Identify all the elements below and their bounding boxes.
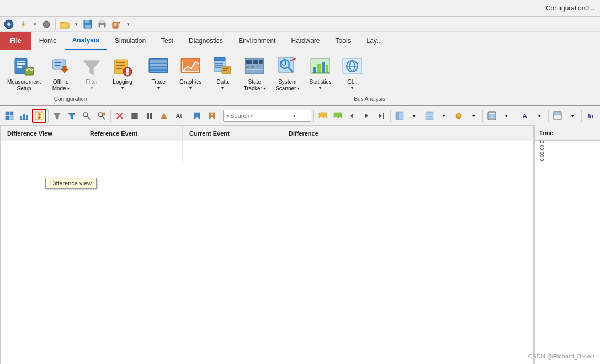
tb-nav-jump-icon[interactable]	[374, 109, 389, 123]
tb-filter-active-icon[interactable]	[65, 109, 79, 123]
search-input[interactable]	[227, 113, 293, 119]
tb-sep-9	[548, 110, 549, 122]
tb-chart-icon[interactable]	[17, 109, 31, 123]
tb-in-icon[interactable]: In	[583, 109, 598, 123]
gl-button[interactable]: Gl... ▾	[337, 53, 367, 94]
lightning-icon[interactable]	[17, 18, 30, 31]
filter-button[interactable]: Filter ▾	[77, 53, 107, 94]
table-body	[1, 141, 533, 165]
tb-bookmark-icon[interactable]	[190, 109, 204, 123]
state-tracker-button[interactable]: State Tracker ▾	[240, 53, 269, 95]
tb-nav-back-icon[interactable]	[345, 109, 359, 123]
search-box[interactable]: ▾	[223, 110, 311, 122]
print-icon[interactable]	[95, 18, 109, 31]
svg-rect-96	[554, 112, 561, 115]
graphics-button[interactable]: Graphics ▾	[176, 53, 205, 94]
ribbon-tabs: File Home Analysis Simulation Test Diagn…	[0, 32, 600, 50]
tb-bookmark-add-icon[interactable]: +	[205, 109, 219, 123]
tb-search-btn-icon[interactable]	[79, 109, 94, 123]
tab-diagnostics[interactable]: Diagnostics	[181, 32, 231, 50]
tb-grid-icon[interactable]	[2, 109, 17, 123]
app-icon[interactable]	[2, 18, 15, 31]
tb-window-dropdown[interactable]: ▾	[500, 109, 514, 123]
tb-view-dropdown[interactable]: ▾	[407, 109, 422, 123]
tb-layout-dropdown[interactable]: ▾	[437, 109, 452, 123]
circle-icon[interactable]	[40, 18, 53, 31]
search-dropdown-arrow[interactable]: ▾	[293, 113, 296, 119]
tab-layout[interactable]: Lay...	[359, 32, 390, 50]
tb-settings-icon[interactable]	[452, 109, 466, 123]
quick-access-dropdown-2[interactable]: ▾	[72, 18, 80, 31]
tb-difference-view-icon[interactable]	[32, 109, 46, 123]
tb-font-dropdown[interactable]: ▾	[533, 109, 547, 123]
tb-delete-icon[interactable]	[113, 109, 127, 123]
tb-search-bookmarks-icon[interactable]	[94, 109, 109, 123]
offline-mode-icon	[50, 56, 72, 78]
offline-mode-button[interactable]: Offline Mode ▾	[46, 53, 76, 95]
tb-nav-forward-icon[interactable]	[359, 109, 374, 123]
tb-sep-1	[48, 110, 49, 122]
cell-cur-event-2	[183, 153, 282, 165]
svg-point-2	[43, 21, 50, 28]
statistics-button[interactable]: Statistics ▾	[305, 53, 335, 94]
svg-rect-21	[63, 66, 66, 70]
right-panel-header: Time	[535, 125, 600, 141]
tb-sep-5	[313, 110, 314, 122]
open-folder-icon[interactable]	[58, 18, 71, 31]
tab-tools[interactable]: Tools	[328, 32, 359, 50]
svg-marker-82	[338, 113, 342, 118]
data-button[interactable]: Data ▾	[208, 53, 237, 94]
cell-difference-2	[282, 153, 348, 165]
tab-home[interactable]: Home	[31, 32, 65, 50]
tb-square-icon[interactable]	[128, 109, 142, 123]
svg-rect-36	[215, 65, 223, 66]
data-icon	[211, 56, 233, 78]
export-icon[interactable]	[110, 18, 123, 31]
tb-triangle-up-icon[interactable]	[157, 109, 171, 123]
tab-simulation[interactable]: Simulation	[107, 32, 153, 50]
measurement-setup-button[interactable]: MeasurementSetup	[3, 53, 45, 95]
offline-mode-label: Offline Mode ▾	[52, 79, 70, 92]
save-icon[interactable]	[81, 18, 94, 31]
tb-sep-7	[482, 110, 483, 122]
system-scanner-button[interactable]: System Scanner ▾	[272, 53, 303, 95]
tb-settings-dropdown[interactable]: ▾	[466, 109, 481, 123]
cell-difference-1	[282, 141, 348, 153]
tab-file[interactable]: File	[0, 32, 31, 50]
tab-test[interactable]: Test	[153, 32, 181, 50]
tb-bookmark-jump-icon[interactable]	[330, 109, 344, 123]
tb-pane-dropdown[interactable]: ▾	[565, 109, 580, 123]
tb-bookmark-nav-icon[interactable]	[315, 109, 330, 123]
svg-marker-13	[118, 22, 120, 24]
svg-marker-80	[323, 113, 327, 118]
logging-label: Logging ▾	[113, 79, 132, 91]
main-content: Difference View Reference Event Current …	[0, 125, 600, 364]
logging-button[interactable]: Logging ▾	[108, 53, 137, 94]
tb-pane-icon[interactable]	[550, 109, 565, 123]
svg-rect-40	[246, 60, 252, 64]
table-row	[1, 153, 533, 165]
watermark: CSDN @Richard_Brown	[528, 353, 594, 360]
tb-at-icon[interactable]: At	[172, 109, 186, 123]
svg-marker-1	[22, 21, 25, 28]
quick-access-dropdown-1[interactable]: ▾	[31, 18, 39, 31]
svg-rect-42	[259, 60, 263, 64]
tb-view-icon[interactable]	[392, 109, 407, 123]
svg-rect-72	[132, 113, 137, 119]
tab-environment[interactable]: Environment	[231, 32, 283, 50]
tb-window-icon[interactable]	[485, 109, 499, 123]
svg-rect-50	[313, 67, 316, 73]
tb-filter-icon[interactable]	[50, 109, 65, 123]
configuration-group: MeasurementSetup Offline Mode	[1, 52, 140, 105]
tab-analysis[interactable]: Analysis	[65, 32, 107, 50]
tb-font-icon[interactable]: A	[518, 109, 532, 123]
quick-access-dropdown-3[interactable]: ▾	[124, 18, 132, 31]
trace-button[interactable]: Trace ▾	[144, 53, 173, 94]
tab-hardware[interactable]: Hardware	[284, 32, 328, 50]
svg-rect-15	[17, 61, 25, 62]
svg-point-66	[73, 113, 75, 115]
svg-marker-83	[350, 113, 353, 119]
tb-layout-icon[interactable]	[422, 109, 437, 123]
difference-view-tooltip: Difference view	[45, 178, 97, 189]
tb-pause-icon[interactable]	[142, 109, 157, 123]
